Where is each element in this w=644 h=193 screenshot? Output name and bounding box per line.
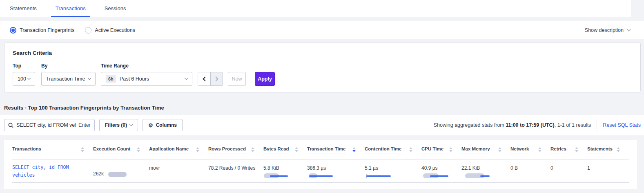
sort-icon-active-desc[interactable] [352, 147, 356, 152]
sort-icon[interactable] [137, 147, 140, 152]
tabs-bar: Statements Transactions Sessions [0, 0, 631, 17]
sort-icon[interactable] [409, 147, 412, 152]
column-header-contention-time[interactable]: Contention Time [365, 146, 421, 153]
cell-rows-processed: 78.2 Reads / 0 Writes [208, 159, 263, 182]
sort-icon[interactable] [538, 147, 541, 152]
column-header-cpu-time[interactable]: CPU Time [421, 146, 461, 153]
sort-icon[interactable] [295, 147, 298, 152]
cpu-time-barchart [421, 173, 461, 179]
radio-transaction-fingerprints[interactable]: Transaction Fingerprints [10, 27, 74, 34]
radio-active-executions[interactable]: Active Executions [85, 27, 135, 34]
chevron-down-icon [27, 76, 31, 80]
column-header-application-name[interactable]: Application Name [149, 146, 208, 153]
radio-label: Transaction Fingerprints [20, 27, 74, 33]
time-range-badge: 6h [106, 75, 116, 83]
table-row: SELECT city, id FROM vehicles 262k movr … [12, 159, 629, 183]
search-icon [8, 123, 13, 128]
cell-execution-count: 262k [93, 159, 149, 182]
cell-max-memory: 22.1 KiB [461, 159, 510, 182]
cell-application-name: movr [149, 159, 208, 182]
tab-transactions[interactable]: Transactions [56, 0, 86, 17]
sort-icon[interactable] [575, 147, 578, 152]
cell-network: 0 B [510, 159, 550, 182]
sort-icon[interactable] [251, 147, 254, 152]
chevron-down-icon [88, 76, 91, 80]
chevron-right-icon [214, 76, 218, 81]
columns-label: Columns [156, 122, 177, 128]
gear-icon: ⚙ [148, 123, 153, 128]
reset-sql-stats-link[interactable]: Reset SQL Stats [603, 122, 641, 128]
sort-icon[interactable] [617, 147, 620, 152]
view-toggle-band: Transaction Fingerprints Active Executio… [0, 21, 644, 39]
sort-icon[interactable] [449, 147, 452, 152]
sort-icon[interactable] [81, 147, 84, 152]
time-nav-group [198, 72, 223, 86]
contention-time-barchart [365, 173, 421, 179]
search-criteria-title: Search Criteria [13, 50, 632, 56]
max-memory-barchart [461, 173, 510, 179]
prev-range-button[interactable] [198, 72, 210, 85]
top-select[interactable]: 100 [13, 72, 35, 86]
chevron-left-icon [203, 76, 207, 81]
column-header-statements[interactable]: Statements [587, 146, 629, 153]
top-label: Top [13, 63, 41, 69]
column-header-rows-processed[interactable]: Rows Processed [208, 146, 263, 153]
search-box: Enter [4, 119, 95, 131]
search-input[interactable] [16, 122, 76, 128]
chevron-down-icon [129, 123, 133, 126]
aggregated-stats-text: Showing aggregated stats from 11:00 to 1… [434, 122, 591, 128]
chevron-down-icon [185, 76, 188, 80]
time-range-label: Time Range [101, 63, 192, 69]
column-header-bytes-read[interactable]: Bytes Read [263, 146, 307, 153]
filters-button[interactable]: Filters (0) [99, 119, 138, 131]
sql-activity-page: Statements Transactions Sessions Transac… [0, 0, 644, 193]
column-header-transaction-time[interactable]: Transaction Time [307, 146, 365, 153]
show-description-toggle[interactable]: Show description [585, 27, 630, 33]
tabs-divider [0, 17, 644, 17]
cell-contention-time: 5.1 µs [365, 159, 421, 182]
execution-count-bar [108, 172, 127, 177]
results-toolbar: Enter Filters (0) ⚙ Columns Showing aggr… [0, 115, 644, 135]
vertical-divider [597, 119, 597, 131]
cell-bytes-read: 5.8 KiB [263, 159, 307, 182]
top-value: 100 [18, 76, 26, 82]
results-title: Results - Top 100 Transaction Fingerprin… [4, 105, 164, 111]
column-header-max-memory[interactable]: Max Memory [461, 146, 510, 153]
cell-cpu-time: 40.9 µs [421, 159, 461, 182]
cell-retries: 0 [550, 159, 587, 182]
next-range-button[interactable] [210, 72, 223, 85]
show-description-label: Show description [585, 27, 624, 33]
time-range-select[interactable]: 6h Past 6 Hours [101, 72, 192, 86]
cell-statements: 1 [587, 159, 629, 182]
tab-sessions[interactable]: Sessions [105, 0, 126, 17]
tab-statements[interactable]: Statements [10, 0, 37, 17]
filters-label: Filters (0) [105, 122, 127, 128]
sort-icon[interactable] [196, 147, 199, 152]
enter-hint: Enter [78, 122, 91, 128]
radio-unselected-icon [85, 27, 91, 34]
radio-selected-icon [10, 27, 16, 34]
cell-transaction-time: 386.3 µs [307, 159, 365, 182]
columns-button[interactable]: ⚙ Columns [143, 119, 183, 131]
apply-button[interactable]: Apply [255, 72, 275, 86]
column-header-execution-count[interactable]: Execution Count [93, 146, 149, 153]
sort-icon[interactable] [498, 147, 501, 152]
by-label: By [41, 63, 101, 69]
search-criteria-card: Search Criteria Top 100 By Transaction T… [4, 42, 641, 92]
by-select[interactable]: Transaction Time [41, 72, 96, 86]
bytes-read-barchart [263, 173, 307, 179]
transactions-table: Transactions Execution Count Application… [4, 140, 637, 189]
table-header-row: Transactions Execution Count Application… [12, 140, 629, 159]
column-header-transactions[interactable]: Transactions [12, 146, 93, 153]
column-header-network[interactable]: Network [510, 146, 550, 153]
by-value: Transaction Time [46, 76, 85, 82]
transaction-fingerprint-link[interactable]: SELECT city, id FROM vehicles [12, 159, 93, 182]
chevron-down-icon [627, 27, 631, 31]
radio-label: Active Executions [95, 27, 135, 33]
transaction-time-barchart [307, 173, 365, 179]
now-button[interactable]: Now [228, 72, 246, 86]
time-range-value: Past 6 Hours [120, 76, 149, 82]
column-header-retries[interactable]: Retries [550, 146, 587, 153]
